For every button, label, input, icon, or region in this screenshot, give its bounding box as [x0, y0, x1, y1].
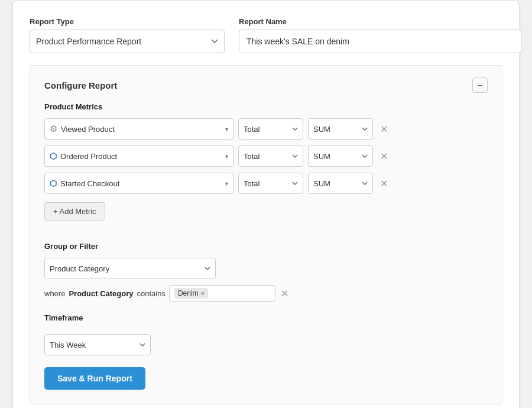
aggregation-select-3[interactable]: TotalAverageCount	[238, 173, 303, 194]
filter-tag-input[interactable]: Denim ×	[169, 285, 275, 302]
save-run-button[interactable]: Save & Run Report	[44, 367, 145, 390]
report-type-group: Report Type Product Performance ReportCu…	[30, 17, 225, 53]
group-filter-label: Group or Filter	[44, 242, 488, 251]
where-text: where	[44, 289, 65, 298]
function-select-3[interactable]: SUMAVGMINMAX	[308, 173, 373, 194]
report-name-input[interactable]	[239, 30, 521, 53]
where-row: where Product Category contains Denim × …	[44, 285, 488, 302]
timeframe-section: Timeframe This WeekLast WeekLast 30 Days…	[44, 313, 488, 355]
contains-text: contains	[137, 289, 166, 298]
function-select-1[interactable]: SUMAVGMINMAX	[308, 118, 373, 140]
timeframe-select[interactable]: This WeekLast WeekLast 30 DaysLast 90 Da…	[44, 334, 151, 355]
metric-row-1: ⚙ Viewed Product ▾ Viewed Product TotalA…	[44, 118, 488, 140]
tag-value: Denim	[178, 289, 199, 297]
collapse-button[interactable]: −	[472, 77, 488, 93]
metric-select-checkout[interactable]: ⬡ Started Checkout ▾ Started Checkout	[44, 173, 233, 194]
metric-row-3: ⬡ Started Checkout ▾ Started Checkout To…	[44, 173, 488, 194]
aggregation-select-1[interactable]: TotalAverageCount	[238, 118, 303, 140]
filter-field-name: Product Category	[69, 289, 133, 298]
group-filter-select[interactable]: Product CategoryProduct NameSKU	[44, 258, 216, 279]
tag-remove-icon[interactable]: ×	[201, 290, 205, 297]
remove-metric-1[interactable]: ✕	[378, 123, 390, 135]
aggregation-select-2[interactable]: TotalAverageCount	[238, 145, 303, 167]
remove-metric-3[interactable]: ✕	[378, 177, 390, 189]
metric-select-viewed[interactable]: ⚙ Viewed Product ▾ Viewed Product	[44, 118, 233, 140]
function-select-2[interactable]: SUMAVGMINMAX	[308, 145, 373, 167]
report-type-label: Report Type	[30, 17, 225, 26]
report-name-group: Report Name	[239, 17, 521, 53]
remove-filter-btn[interactable]: ✕	[279, 287, 291, 299]
metric-row-2: ⬡ Ordered Product ▾ Ordered Product Tota…	[44, 145, 488, 167]
product-metrics-section: Product Metrics ⚙ Viewed Product ▾ Viewe…	[44, 102, 488, 232]
report-name-label: Report Name	[239, 17, 521, 26]
remove-metric-2[interactable]: ✕	[378, 150, 390, 162]
add-metric-button[interactable]: + Add Metric	[44, 202, 105, 221]
product-metrics-label: Product Metrics	[44, 102, 488, 111]
collapse-icon: −	[478, 80, 482, 90]
configure-panel: Configure Report − Product Metrics ⚙ Vie…	[30, 65, 502, 404]
top-row: Report Type Product Performance ReportCu…	[30, 17, 502, 53]
configure-title: Configure Report	[44, 80, 117, 90]
report-builder-card: Report Type Product Performance ReportCu…	[12, 0, 520, 408]
metric-select-ordered[interactable]: ⬡ Ordered Product ▾ Ordered Product	[44, 145, 233, 167]
report-type-select[interactable]: Product Performance ReportCustomer Repor…	[30, 30, 225, 53]
filter-tag-denim: Denim ×	[174, 288, 208, 299]
group-filter-section: Group or Filter Product CategoryProduct …	[44, 242, 488, 302]
timeframe-label: Timeframe	[44, 313, 488, 322]
configure-header: Configure Report −	[44, 77, 488, 93]
